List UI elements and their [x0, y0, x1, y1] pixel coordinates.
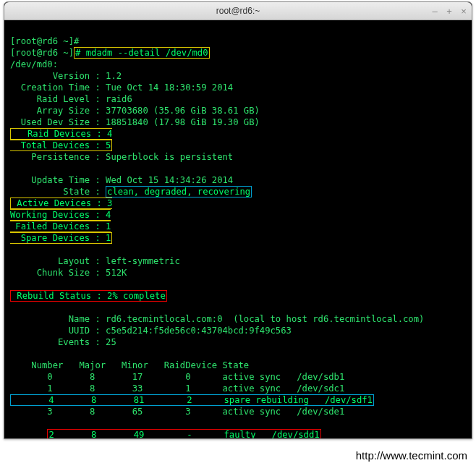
- output-line: Layout : left-symmetric: [10, 256, 180, 266]
- maximize-button[interactable]: +: [444, 6, 454, 17]
- minimize-button[interactable]: –: [430, 6, 440, 17]
- output-line: Active Devices : 3: [12, 198, 112, 208]
- output-line: Spare Devices : 1: [10, 233, 111, 243]
- output-line: Failed Devices : 1: [10, 221, 111, 232]
- output-line: Working Devices : 4: [10, 210, 111, 220]
- output-line: Persistence : Superblock is persistent: [10, 152, 233, 162]
- table-row: 0 8 17 0 active sync /dev/sdb1: [10, 372, 344, 382]
- watermark: http://www.tecmint.com: [356, 449, 467, 462]
- table-row: 1 8 33 1 active sync /dev/sdc1: [10, 383, 344, 394]
- output-line: UUID : c5e5d214:f5de56c0:43704bcd:9f49c5…: [10, 326, 292, 336]
- terminal-window: root@rd6:~ – + × [root@rd6 ~]# [root@rd6…: [4, 1, 472, 439]
- close-button[interactable]: ×: [459, 6, 469, 17]
- table-row: 3 8 65 3 active sync /dev/sde1: [10, 407, 344, 417]
- output-line: Array Size : 37703680 (35.96 GiB 38.61 G…: [10, 106, 260, 116]
- output-line: Raid Devices : 4: [12, 129, 112, 139]
- window-controls: – + ×: [430, 6, 469, 17]
- output-line: Chunk Size : 512K: [10, 268, 127, 278]
- terminal-body[interactable]: [root@rd6 ~]# [root@rd6 ~]# mdadm --deta…: [4, 20, 472, 438]
- devices-count-box: Active Devices : 3 Working Devices : 4 F…: [10, 197, 112, 244]
- output-line: State :: [10, 187, 106, 197]
- output-line: Events : 25: [10, 337, 116, 347]
- output-line: Name : rd6.tecmintlocal.com:0 (local to …: [10, 314, 424, 324]
- prompt-line: [root@rd6 ~]: [10, 48, 74, 58]
- prompt-line: [root@rd6 ~]#: [10, 36, 79, 46]
- output-line: Update Time : Wed Oct 15 14:34:26 2014: [10, 175, 233, 185]
- output-line: /dev/md0:: [10, 59, 58, 69]
- state-box: clean, degraded, recovering: [106, 186, 252, 197]
- row-pad: [10, 430, 47, 438]
- output-line: Version : 1.2: [10, 71, 122, 81]
- output-line: Creation Time : Tue Oct 14 18:30:59 2014: [10, 82, 233, 93]
- table-header: Number Major Minor RaidDevice State: [10, 360, 249, 370]
- output-line: Total Devices : 5: [10, 140, 111, 150]
- titlebar: root@rd6:~ – + ×: [4, 2, 472, 20]
- window-title: root@rd6:~: [216, 6, 260, 16]
- spare-rebuilding-box: 4 8 81 2 spare rebuilding /dev/sdf1: [10, 394, 374, 406]
- rebuild-box: Rebuild Status : 2% complete: [10, 290, 167, 302]
- command-box: # mdadm --detail /dev/md0: [74, 47, 209, 59]
- raid-devices-box: Raid Devices : 4 Total Devices : 5: [10, 128, 112, 151]
- faulty-box: 2 8 49 - faulty /dev/sdd1: [47, 429, 320, 438]
- output-line: Used Dev Size : 18851840 (17.98 GiB 19.3…: [10, 117, 260, 127]
- table-row: 4 8 81 2 spare rebuilding /dev/sdf1: [12, 395, 373, 405]
- output-line: Raid Level : raid6: [10, 94, 132, 104]
